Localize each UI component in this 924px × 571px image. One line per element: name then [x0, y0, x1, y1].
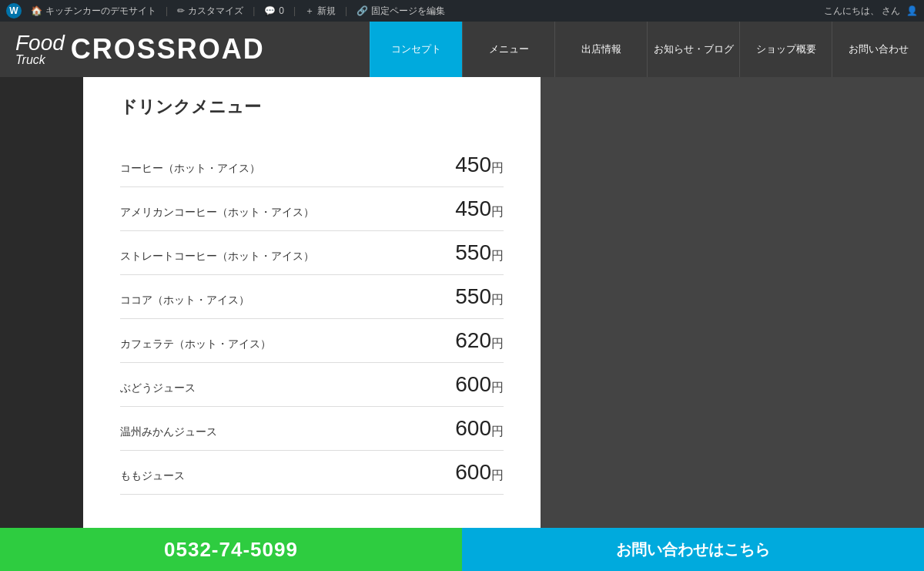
wp-icon[interactable]: W — [6, 3, 22, 18]
divider: | — [166, 5, 168, 16]
menu-row: ももジュース 600円 — [120, 451, 504, 495]
menu-row: 温州みかんジュース 600円 — [120, 407, 504, 451]
nav-item-menu[interactable]: メニュー — [462, 22, 554, 77]
logo-area[interactable]: Food Truck CROSSROAD — [0, 22, 370, 77]
menu-item-name: ココア（ホット・アイス） — [120, 294, 249, 307]
price-unit: 円 — [491, 205, 504, 218]
nav-item-about[interactable]: ショップ概要 — [739, 22, 832, 77]
nav-bar: コンセプト メニュー 出店情報 お知らせ・ブログ ショップ概要 お問い合わせ — [370, 22, 924, 77]
sidebar-left — [0, 77, 83, 528]
logo-food: Food — [15, 32, 65, 54]
admin-new-link[interactable]: ＋ 新規 — [305, 5, 336, 18]
price-unit: 円 — [491, 249, 504, 262]
price-unit: 円 — [491, 293, 504, 306]
menu-item-name: アメリカンコーヒー（ホット・アイス） — [120, 206, 314, 220]
divider3: | — [293, 5, 296, 16]
pencil-icon: ✏ — [177, 5, 185, 16]
footer-bar: 0532-74-5099 お問い合わせはこちら — [0, 528, 924, 571]
menu-row: コーヒー（ホット・アイス） 450円 — [120, 143, 504, 187]
nav-item-concept[interactable]: コンセプト — [370, 22, 462, 77]
menu-item-name: カフェラテ（ホット・アイス） — [120, 338, 271, 351]
content-area: ドリンクメニュー コーヒー（ホット・アイス） 450円 アメリカンコーヒー（ホッ… — [83, 77, 541, 528]
page-title: ドリンクメニュー — [120, 96, 504, 125]
price-unit: 円 — [491, 469, 504, 482]
menu-item-name: 温州みかんジュース — [120, 425, 217, 439]
menu-item-name: コーヒー（ホット・アイス） — [120, 162, 260, 176]
menu-item-name: ぶどうジュース — [120, 381, 196, 395]
admin-site-link[interactable]: 🏠 キッチンカーのデモサイト — [31, 5, 156, 18]
menu-row: カフェラテ（ホット・アイス） 620円 — [120, 319, 504, 363]
menu-item-price: 600円 — [455, 372, 504, 397]
nav-item-blog[interactable]: お知らせ・ブログ — [647, 22, 739, 77]
menu-item-price: 450円 — [455, 196, 504, 221]
menu-item-name: ももジュース — [120, 469, 185, 483]
nav-item-contact[interactable]: お問い合わせ — [832, 22, 924, 77]
admin-edit-page-link[interactable]: 🔗 固定ページを編集 — [357, 5, 445, 18]
price-unit: 円 — [491, 337, 504, 350]
admin-bar: W 🏠 キッチンカーのデモサイト | ✏ カスタマイズ | 💬 0 | ＋ 新規… — [0, 0, 924, 22]
site-header: Food Truck CROSSROAD コンセプト メニュー 出店情報 お知ら… — [0, 22, 924, 77]
price-unit: 円 — [491, 161, 504, 174]
admin-comments-link[interactable]: 💬 0 — [264, 5, 284, 16]
logo-truck: Truck — [15, 54, 45, 66]
footer-phone-button[interactable]: 0532-74-5099 — [0, 528, 462, 571]
menu-item-price: 550円 — [455, 284, 504, 309]
price-unit: 円 — [491, 381, 504, 394]
menu-row: ココア（ホット・アイス） 550円 — [120, 275, 504, 319]
menu-item-price: 450円 — [455, 153, 504, 177]
menu-row: ストレートコーヒー（ホット・アイス） 550円 — [120, 231, 504, 275]
link-icon: 🔗 — [357, 5, 368, 16]
menu-item-price: 600円 — [455, 416, 504, 441]
admin-customize-link[interactable]: ✏ カスタマイズ — [177, 5, 243, 18]
menu-item-name: ストレートコーヒー（ホット・アイス） — [120, 250, 314, 264]
admin-bar-right: こんにちは、 さん 👤 — [824, 5, 918, 18]
nav-item-locations[interactable]: 出店情報 — [554, 22, 647, 77]
plus-icon: ＋ — [305, 5, 314, 18]
sidebar-right — [541, 77, 924, 528]
menu-row: アメリカンコーヒー（ホット・アイス） 450円 — [120, 187, 504, 231]
main-wrapper: ドリンクメニュー コーヒー（ホット・アイス） 450円 アメリカンコーヒー（ホッ… — [0, 77, 924, 528]
menu-item-price: 620円 — [455, 328, 504, 353]
user-icon[interactable]: 👤 — [906, 5, 918, 16]
divider2: | — [253, 5, 255, 16]
menu-table: コーヒー（ホット・アイス） 450円 アメリカンコーヒー（ホット・アイス） 45… — [120, 143, 504, 495]
home-icon: 🏠 — [31, 5, 42, 16]
footer-contact-button[interactable]: お問い合わせはこちら — [462, 528, 924, 571]
menu-item-price: 600円 — [455, 460, 504, 485]
logo-brand: CROSSROAD — [71, 33, 265, 65]
menu-row: ぶどうジュース 600円 — [120, 363, 504, 407]
comment-icon: 💬 — [264, 5, 276, 16]
menu-item-price: 550円 — [455, 240, 504, 265]
price-unit: 円 — [491, 425, 504, 438]
divider4: | — [345, 5, 347, 16]
